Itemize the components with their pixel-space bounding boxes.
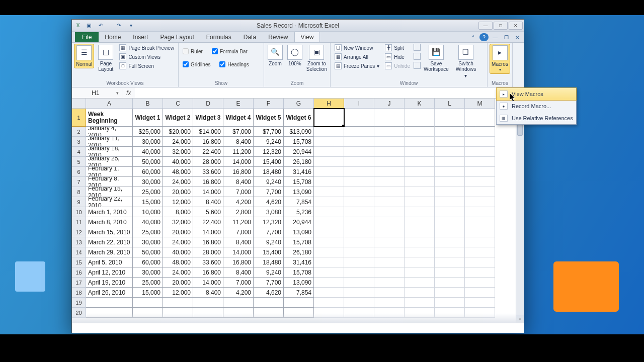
- view-macros-item[interactable]: ▸ View Macros: [496, 87, 577, 101]
- cell[interactable]: [344, 109, 374, 127]
- cell[interactable]: 25,000: [133, 278, 163, 288]
- cell[interactable]: [374, 217, 405, 227]
- cell[interactable]: [314, 247, 344, 257]
- cell[interactable]: 33,600: [193, 167, 223, 177]
- cell[interactable]: [344, 207, 374, 217]
- cell[interactable]: 10,000: [133, 207, 163, 217]
- minimize-ribbon-button[interactable]: ˄: [468, 33, 477, 41]
- zoom-to-selection-button[interactable]: ▣ Zoom to Selection: [305, 44, 328, 73]
- cell[interactable]: January 4, 2010: [86, 127, 133, 137]
- view-side-icon[interactable]: [414, 44, 421, 51]
- cell[interactable]: [314, 237, 344, 247]
- cell[interactable]: [374, 298, 405, 308]
- column-header-K[interactable]: K: [405, 99, 435, 109]
- cell[interactable]: [314, 217, 344, 227]
- cell[interactable]: 3,080: [254, 207, 284, 217]
- cell[interactable]: [465, 137, 495, 147]
- relative-references-item[interactable]: ▦ Use Relative References: [497, 112, 576, 124]
- zoom-button[interactable]: 🔍 Zoom: [266, 44, 284, 67]
- name-box[interactable]: H1 ▾: [72, 87, 122, 98]
- cell[interactable]: [374, 267, 405, 278]
- cell[interactable]: 26,180: [284, 157, 314, 167]
- row-header[interactable]: 10: [72, 207, 86, 217]
- row-header[interactable]: 15: [72, 257, 86, 267]
- cell[interactable]: [465, 217, 495, 227]
- cell[interactable]: [435, 217, 465, 227]
- column-header-I[interactable]: I: [344, 99, 374, 109]
- cell[interactable]: 14,000: [193, 278, 223, 288]
- cell[interactable]: [405, 247, 435, 257]
- cell[interactable]: 15,400: [254, 157, 284, 167]
- freeze-panes-button[interactable]: ▤Freeze Panes ▾: [333, 62, 381, 70]
- cell[interactable]: [435, 237, 465, 247]
- row-header[interactable]: 6: [72, 167, 86, 177]
- cell[interactable]: April 26, 2010: [86, 288, 133, 298]
- cell[interactable]: 8,400: [193, 288, 223, 298]
- cell[interactable]: [405, 187, 435, 197]
- cell[interactable]: [344, 278, 374, 288]
- cell[interactable]: 8,400: [193, 197, 223, 207]
- cell[interactable]: [374, 187, 405, 197]
- cell[interactable]: 4,620: [254, 197, 284, 207]
- reset-pos-icon[interactable]: [414, 62, 421, 69]
- cell[interactable]: [314, 278, 344, 288]
- cell[interactable]: February 1, 2010: [86, 167, 133, 177]
- cell[interactable]: $25,000: [133, 127, 163, 137]
- cell[interactable]: [465, 237, 495, 247]
- cell[interactable]: [435, 197, 465, 207]
- cell[interactable]: 40,000: [163, 157, 193, 167]
- cell[interactable]: 5,236: [284, 207, 314, 217]
- cell[interactable]: 8,000: [163, 207, 193, 217]
- cell[interactable]: 40,000: [163, 247, 193, 257]
- row-header[interactable]: 12: [72, 227, 86, 237]
- cell[interactable]: [405, 207, 435, 217]
- cell[interactable]: [344, 217, 374, 227]
- cell[interactable]: [374, 137, 405, 147]
- row-header[interactable]: 18: [72, 288, 86, 298]
- cell[interactable]: $13,090: [284, 127, 314, 137]
- formula-input[interactable]: [135, 87, 524, 98]
- cell[interactable]: 7,000: [223, 187, 254, 197]
- cell[interactable]: [435, 298, 465, 308]
- cell[interactable]: [374, 127, 405, 137]
- cell[interactable]: 40,000: [133, 217, 163, 227]
- ruler-checkbox[interactable]: Ruler: [181, 47, 205, 56]
- cell[interactable]: $14,000: [193, 127, 223, 137]
- cell[interactable]: 14,000: [223, 157, 254, 167]
- row-header[interactable]: 17: [72, 278, 86, 288]
- cell[interactable]: 7,700: [254, 278, 284, 288]
- cell[interactable]: 30,000: [133, 137, 163, 147]
- cell[interactable]: 31,416: [284, 257, 314, 267]
- gridlines-checkbox[interactable]: Gridlines: [181, 60, 212, 69]
- workbook-close[interactable]: ✕: [513, 33, 522, 41]
- cell[interactable]: [435, 147, 465, 157]
- cell[interactable]: 33,600: [193, 257, 223, 267]
- cell[interactable]: [374, 227, 405, 237]
- cell[interactable]: 16,800: [193, 177, 223, 187]
- cell[interactable]: March 8, 2010: [86, 217, 133, 227]
- cell[interactable]: [465, 278, 495, 288]
- tab-formulas[interactable]: Formulas: [200, 32, 237, 42]
- cell[interactable]: [314, 157, 344, 167]
- cell[interactable]: 7,000: [223, 227, 254, 237]
- cell[interactable]: 28,000: [193, 247, 223, 257]
- column-header-G[interactable]: G: [284, 99, 314, 109]
- cell[interactable]: Widget 4: [223, 109, 254, 127]
- column-header-D[interactable]: D: [193, 99, 223, 109]
- cell[interactable]: 18,480: [254, 167, 284, 177]
- cell[interactable]: [465, 257, 495, 267]
- cell[interactable]: 30,000: [133, 177, 163, 187]
- cell[interactable]: [374, 167, 405, 177]
- cell[interactable]: [435, 247, 465, 257]
- tab-insert[interactable]: Insert: [127, 32, 154, 42]
- cell[interactable]: [193, 298, 223, 308]
- cell[interactable]: 60,000: [133, 257, 163, 267]
- cell[interactable]: [465, 207, 495, 217]
- workbook-minimize[interactable]: —: [491, 33, 500, 41]
- row-header[interactable]: 5: [72, 157, 86, 167]
- qat-customize[interactable]: ▾: [125, 21, 136, 30]
- cell[interactable]: 7,854: [284, 197, 314, 207]
- cell[interactable]: [284, 298, 314, 308]
- cell[interactable]: [435, 177, 465, 187]
- cell[interactable]: [435, 187, 465, 197]
